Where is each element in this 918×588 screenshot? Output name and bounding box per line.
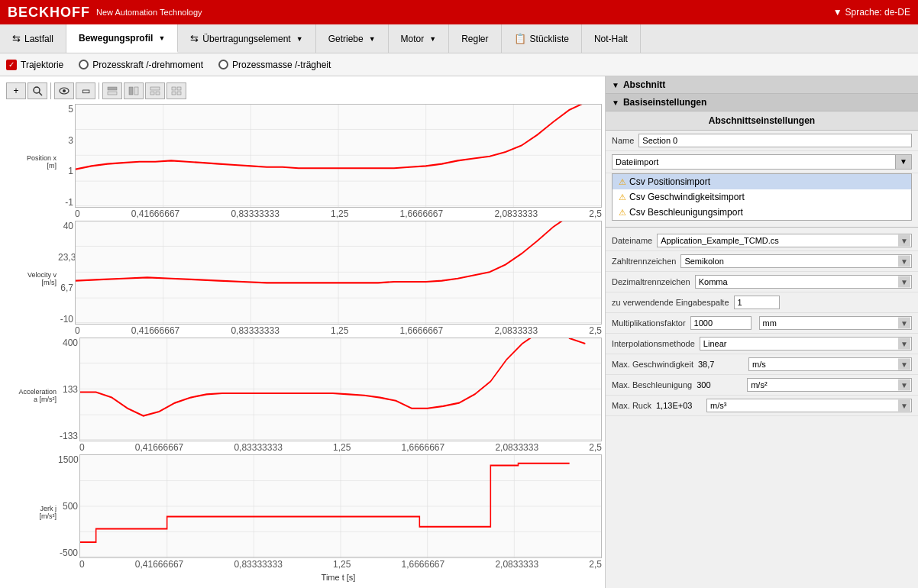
subtitle: New Automation Technology [96,8,202,17]
sub-tab-prozesskraft[interactable]: Prozesskraft /-drehmoment [79,60,203,70]
dateiname-select[interactable]: Application_Example_TCMD.cs [657,234,912,247]
dropdown-item-csv-position[interactable]: ⚠ Csv Positionsimport [613,174,911,189]
name-row: Name [606,131,918,151]
dropdown-item-label3: Csv Beschleunigungsimport [629,207,743,218]
tab-lastfall[interactable]: ⇆ Lastfall [0,24,66,53]
svg-rect-9 [150,92,154,95]
sub-tab-prozesskraft-label: Prozesskraft /-drehmoment [92,60,203,70]
toggle-icon: ⇆ [12,33,21,44]
x-axis-label: Time t [s] [6,573,602,582]
zoom-button[interactable] [27,82,47,99]
eye-button[interactable] [54,82,74,99]
interpolationsmethode-label: Interpolationsmethode [612,339,695,348]
multiplikationsfaktor-unit-select[interactable]: mm [759,316,912,330]
name-input[interactable] [638,134,912,147]
layout3-button[interactable] [145,82,165,99]
svg-rect-10 [156,92,160,95]
tab-regler-label: Regler [461,34,488,44]
max-beschleunigung-unit-select[interactable]: m/s² [747,378,912,392]
collapse-icon: ▼ [612,81,619,89]
zahltrennzeichen-row: Zahltrennzeichen Semikolon ▼ [606,251,918,272]
abschnitt-label: Abschnitt [623,79,665,90]
velocity-ylabel: Velocity v [m/s] [6,221,58,336]
max-beschleunigung-row: Max. Beschleunigung 300 m/s² ▼ [606,375,918,396]
velocity-chart-row: Velocity v [m/s] 4023,36,7-10 [6,221,602,336]
tab-stuckliste-label: Stückliste [530,34,569,44]
check-icon: ✓ [6,60,17,70]
acceleration-chart[interactable] [79,338,602,441]
header: BECKHOFF New Automation Technology ▼ Spr… [0,0,918,24]
language-label: Sprache: de-DE [845,7,910,18]
radio-prozessmasse [218,60,228,69]
dateiname-row: Dateiname Application_Example_TCMD.cs ▼ [606,231,918,251]
tab-stuckliste[interactable]: 📋 Stückliste [502,24,582,53]
acceleration-chart-row: Acceleration a [m/s²] 400133-133 [6,338,602,453]
rect-button[interactable]: ▭ [76,82,95,99]
nav-tabs: ⇆ Lastfall Bewegungsprofil ▼ ⇆ Übertragu… [0,24,918,53]
dateiimport-value: Dateiimport [613,155,895,169]
sub-tab-trajektorie[interactable]: ✓ Trajektorie [6,60,63,70]
tab-uebertragungselement-label: Übertragungselement [202,34,290,44]
layout1-button[interactable] [102,82,122,99]
add-button[interactable]: + [6,82,26,99]
sub-tabs: ✓ Trajektorie Prozesskraft /-drehmoment … [0,53,918,76]
toggle-icon2: ⇆ [190,33,199,44]
max-geschwindigkeit-row: Max. Geschwindigkeit 38,7 m/s ▼ [606,354,918,375]
layout4-button[interactable] [166,82,186,99]
position-chart[interactable] [75,104,602,208]
svg-rect-8 [150,87,160,90]
multiplikationsfaktor-input[interactable] [690,316,752,330]
zahltrennzeichen-select[interactable]: Semikolon [680,254,912,268]
name-label: Name [612,136,634,145]
tab-getriebe[interactable]: Getriebe ▼ [316,24,389,53]
main-content: + ▭ [0,76,918,588]
warn-icon3: ⚠ [619,208,626,218]
chart-area: + ▭ [0,76,605,588]
tab-uebertragungselement[interactable]: ⇆ Übertragungselement ▼ [178,24,315,53]
tab-regler[interactable]: Regler [449,24,501,53]
chevron-down-icon: ▼ [158,34,165,42]
max-beschleunigung-value: 300 [697,380,742,389]
chevron-down-icon3: ▼ [369,35,376,43]
tab-not-halt-label: Not-Halt [594,34,628,44]
eingabespalte-input[interactable] [734,296,780,309]
acceleration-ylabel: Acceleration a [m/s²] [6,338,58,453]
velocity-chart[interactable] [75,221,602,325]
language-selector[interactable]: ▼ Sprache: de-DE [833,7,910,18]
warn-icon2: ⚠ [619,192,626,202]
dateiname-label: Dateiname [612,236,652,245]
basiseinstellungen-label: Basiseinstellungen [623,97,706,108]
tab-motor[interactable]: Motor ▼ [389,24,450,53]
interpolationsmethode-select[interactable]: Linear [700,337,912,351]
svg-rect-14 [177,92,181,95]
dropdown-item-label2: Csv Geschwindigkeitsimport [629,192,745,202]
sub-tab-prozessmasse[interactable]: Prozessmasse /-trägheit [218,60,331,70]
eingabespalte-row: zu verwendende Eingabespalte [606,292,918,313]
tab-bewegungsprofil[interactable]: Bewegungsprofil ▼ [66,24,178,53]
dropdown-item-csv-beschleunigung[interactable]: ⚠ Csv Beschleunigungsimport [613,205,911,220]
tab-not-halt[interactable]: Not-Halt [582,24,641,53]
max-ruck-row: Max. Ruck 1,13E+03 m/s³ ▼ [606,396,918,416]
svg-point-0 [34,87,40,93]
multiplikationsfaktor-row: Multiplikationsfaktor mm ▼ [606,313,918,334]
dezimaltrennzeichen-wrapper: Komma ▼ [695,275,912,289]
basiseinstellungen-header[interactable]: ▼ Basiseinstellungen [606,94,918,111]
max-geschwindigkeit-value: 38,7 [698,360,744,369]
jerk-chart[interactable] [79,454,602,558]
max-ruck-unit-select[interactable]: m/s³ [706,399,912,412]
abschnitt-header[interactable]: ▼ Abschnitt [606,76,918,94]
dateiimport-select[interactable]: Dateiimport ▼ [612,154,912,170]
dezimaltrennzeichen-select[interactable]: Komma [695,275,912,289]
interpolationsmethode-row: Interpolationsmethode Linear ▼ [606,334,918,354]
tab-getriebe-label: Getriebe [328,34,364,44]
svg-rect-12 [177,87,181,90]
toolbar-sep1 [50,82,51,99]
dropdown-item-csv-geschwindigkeit[interactable]: ⚠ Csv Geschwindigkeitsimport [613,189,911,205]
zahltrennzeichen-wrapper: Semikolon ▼ [680,254,912,268]
header-left: BECKHOFF New Automation Technology [8,5,202,21]
dropdown-item-label1: Csv Positionsimport [629,176,710,187]
toolbar: + ▭ [6,82,602,99]
max-geschwindigkeit-unit-select[interactable]: m/s [748,357,912,371]
radio-prozesskraft [79,60,89,69]
layout2-button[interactable] [124,82,144,99]
